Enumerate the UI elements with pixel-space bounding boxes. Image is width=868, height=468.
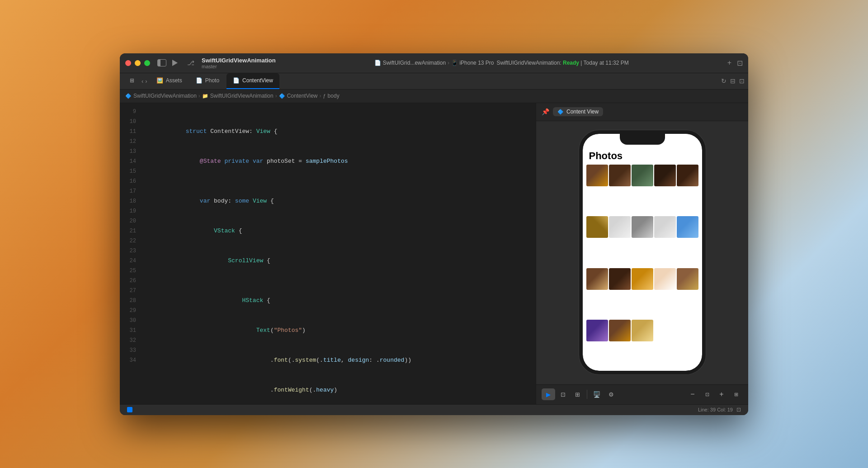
code-content[interactable]: struct ContentView: View { @State privat… — [143, 103, 536, 404]
breadcrumb-project: 🔷 SwiftUIGridViewAnimation — [125, 93, 197, 99]
breadcrumb-device: 📱 iPhone 13 Pro — [451, 60, 494, 66]
tab-photo[interactable]: 📄 Photo — [189, 73, 226, 89]
split-editor-icon[interactable]: ⊟ — [730, 77, 736, 85]
phone-container: Photos — [536, 121, 748, 384]
project-name: SwiftUIGridViewAnimation — [202, 57, 276, 64]
tab-assets-label: Assets — [166, 77, 182, 84]
assets-icon: 🖼️ — [156, 77, 163, 84]
tab-bar: ⊞ ‹ › 🖼️ Assets 📄 Photo 📄 ContentView ↻ … — [120, 73, 748, 90]
grid-view-button[interactable]: ⊞ — [571, 388, 584, 400]
code-line: Text("Photos") — [143, 316, 528, 345]
back-button[interactable]: ‹ — [142, 78, 143, 85]
code-line — [143, 107, 528, 117]
photos-title: Photos — [589, 150, 696, 162]
run-button[interactable] — [170, 58, 180, 68]
code-line: .fontWeight(.heavy) — [143, 375, 528, 404]
status-dot — [127, 407, 132, 412]
photo-thumb — [677, 268, 698, 290]
photo-thumb — [609, 165, 631, 186]
preview-toolbar-left: ▶ ⊡ ⊞ 🖥️ ⚙ — [542, 388, 618, 400]
close-button[interactable] — [125, 60, 131, 66]
photo-thumb — [677, 165, 698, 186]
add-tab-button[interactable]: + — [727, 59, 731, 67]
content-view-file-icon: 📄 — [233, 77, 240, 84]
photo-thumb — [609, 320, 631, 341]
code-line: @State private var photoSet = samplePhot… — [143, 147, 528, 176]
maximize-button[interactable] — [144, 60, 150, 66]
breadcrumb-file-name: SwiftUIGrid...ewAnimation — [383, 60, 446, 66]
title-bar-controls: ⎇ SwiftUIGridViewAnimation master — [157, 57, 276, 69]
zoom-full-button[interactable]: ⊞ — [729, 388, 743, 400]
photo-thumb — [586, 320, 608, 341]
photo-file-icon: 📄 — [196, 77, 203, 84]
inspect-button[interactable]: 🖥️ — [590, 388, 604, 400]
photo-thumb — [609, 216, 631, 238]
tab-grid-view[interactable]: ⊞ — [123, 73, 141, 89]
forward-button[interactable]: › — [145, 78, 147, 85]
minimize-button[interactable] — [135, 60, 141, 66]
photo-thumb — [654, 165, 676, 186]
expand-icon[interactable]: ⊡ — [736, 407, 741, 413]
code-line: struct ContentView: View { — [143, 117, 528, 147]
preview-panel: 📌 🔷 Content View Photos — [536, 103, 748, 404]
zoom-fit-button[interactable]: ⊡ — [700, 388, 714, 400]
build-status: SwiftUIGridViewAnimation: Ready | Today … — [496, 60, 628, 66]
sidebar-toggle-button[interactable] — [157, 59, 166, 66]
breadcrumb-folder-name: SwiftUIGridViewAnimation — [210, 93, 274, 99]
device-view-button[interactable]: ⊡ — [556, 388, 570, 400]
phone-notch — [620, 134, 665, 145]
function-icon: ƒ — [323, 93, 326, 99]
code-line: .font(.system(.title, design: .rounded)) — [143, 345, 528, 375]
code-line — [143, 176, 528, 186]
code-line: HStack { — [143, 286, 528, 316]
zoom-out-button[interactable]: − — [686, 388, 699, 400]
branch-icon: ⎇ — [187, 59, 194, 66]
photo-thumb — [632, 165, 653, 186]
project-info: SwiftUIGridViewAnimation master — [202, 57, 276, 69]
project-icon: 🔷 — [125, 93, 132, 99]
swift-file-icon: 🔷 — [279, 93, 285, 99]
cursor-position: Line: 39 Col: 19 — [698, 407, 733, 412]
breadcrumb-symbol: ƒ body — [323, 93, 339, 99]
traffic-lights — [125, 60, 150, 66]
code-line: var body: some View { — [143, 186, 528, 216]
photo-thumb — [677, 216, 698, 238]
breadcrumb-folder: 📁 SwiftUIGridViewAnimation — [202, 93, 274, 99]
tab-assets[interactable]: 🖼️ Assets — [150, 73, 189, 89]
refresh-icon[interactable]: ↻ — [721, 77, 726, 85]
settings-button[interactable]: ⚙ — [604, 388, 618, 400]
pin-icon[interactable]: 📌 — [542, 108, 549, 115]
content-view-pill-label: Content View — [566, 109, 599, 115]
main-content: 9 10 11 12 13 14 15 16 17 18 19 20 21 22… — [120, 103, 748, 404]
photo-thumb — [586, 268, 608, 290]
breadcrumb-bar: 🔷 SwiftUIGridViewAnimation › 📁 SwiftUIGr… — [120, 90, 748, 103]
project-branch: master — [202, 64, 276, 69]
photo-thumb — [632, 268, 653, 290]
code-line: ScrollView { — [143, 246, 528, 276]
preview-toolbar-right: − ⊡ + ⊞ — [686, 388, 743, 400]
code-editor[interactable]: 9 10 11 12 13 14 15 16 17 18 19 20 21 22… — [120, 103, 536, 404]
play-preview-button[interactable]: ▶ — [542, 388, 555, 400]
zoom-in-button[interactable]: + — [715, 388, 728, 400]
phone-screen: Photos — [583, 134, 702, 371]
tab-photo-label: Photo — [205, 77, 219, 84]
photo-thumb — [586, 165, 608, 186]
photo-thumb — [632, 320, 653, 341]
breadcrumb-file-icon: 📄 — [374, 60, 381, 66]
photo-thumb — [654, 268, 676, 290]
photo-thumb — [654, 216, 676, 238]
content-view-pill[interactable]: 🔷 Content View — [553, 107, 603, 116]
nav-breadcrumb: 📄 SwiftUIGrid...ewAnimation › 📱 iPhone 1… — [374, 60, 494, 66]
breadcrumb-symbol-name: body — [328, 93, 340, 99]
tab-content-view[interactable]: 📄 ContentView — [226, 73, 279, 89]
tab-content-view-label: ContentView — [242, 77, 273, 84]
photo-thumb — [586, 216, 608, 238]
title-bar-right: + ⊡ — [727, 59, 743, 67]
split-view-button[interactable]: ⊡ — [737, 59, 743, 67]
code-area[interactable]: 9 10 11 12 13 14 15 16 17 18 19 20 21 22… — [120, 103, 536, 404]
inspector-icon[interactable]: ⊡ — [739, 77, 745, 85]
preview-toolbar: ▶ ⊡ ⊞ 🖥️ ⚙ − ⊡ + ⊞ — [536, 384, 748, 404]
main-window: ⎇ SwiftUIGridViewAnimation master 📄 Swif… — [120, 53, 748, 415]
phone-mockup: Photos — [579, 130, 706, 374]
title-bar: ⎇ SwiftUIGridViewAnimation master 📄 Swif… — [120, 53, 748, 73]
